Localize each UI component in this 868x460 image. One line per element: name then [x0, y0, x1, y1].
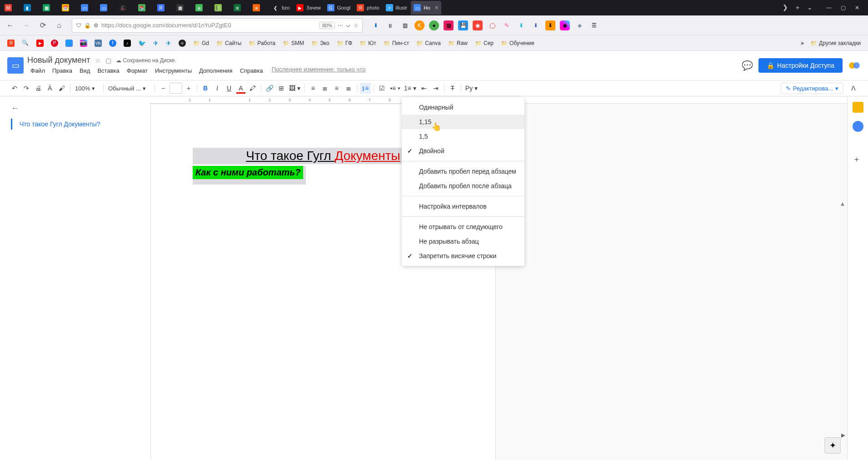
- collapse-toolbar-button[interactable]: ᐱ: [848, 83, 859, 94]
- ext-icon[interactable]: ⬇: [516, 20, 526, 30]
- spacing-double[interactable]: Двойной: [402, 144, 524, 158]
- ext-icon[interactable]: ◉: [560, 20, 570, 30]
- move-icon[interactable]: ▢: [105, 57, 111, 64]
- keep-lines-together[interactable]: Не разрывать абзац: [402, 234, 524, 249]
- tab[interactable]: ※: [231, 1, 249, 15]
- redo-button[interactable]: ↷: [21, 83, 32, 94]
- tab[interactable]: ✦illustr: [383, 1, 410, 15]
- star-icon[interactable]: ☆: [95, 57, 101, 64]
- bookmark-star-icon[interactable]: ☆: [354, 22, 359, 29]
- menu-format[interactable]: Формат: [124, 66, 151, 75]
- checklist-button[interactable]: ☑: [377, 83, 388, 94]
- document-subheading-block[interactable]: Как с ними работать?: [193, 166, 306, 185]
- bookmark-folder[interactable]: Ют: [357, 38, 379, 48]
- align-center-button[interactable]: ≣: [319, 83, 330, 94]
- reader-icon[interactable]: ▥: [400, 20, 410, 30]
- editing-mode-select[interactable]: ✎Редактирова...▾: [781, 83, 843, 94]
- tab[interactable]: 📗: [212, 1, 230, 15]
- bookmark-folder[interactable]: SMM: [280, 38, 307, 48]
- tab-list-icon[interactable]: ⌄: [807, 4, 813, 12]
- url-bar[interactable]: 🛡 🔒 ⚙ https://docs.google.com/document/d…: [72, 18, 363, 33]
- more-icon[interactable]: ⋯: [338, 22, 343, 29]
- tab[interactable]: ◉: [193, 1, 211, 15]
- tab[interactable]: Яphoto: [354, 1, 382, 15]
- bookmark[interactable]: ✈: [163, 38, 174, 49]
- ext-icon[interactable]: ⬇: [545, 20, 555, 30]
- bold-button[interactable]: B: [200, 83, 211, 94]
- line-spacing-button[interactable]: ⫿≡: [360, 83, 371, 94]
- back-button[interactable]: ←: [4, 19, 16, 32]
- tab[interactable]: ■: [250, 1, 268, 15]
- ext-icon[interactable]: ◈: [574, 20, 584, 30]
- add-space-before[interactable]: Добавить пробел перед абзацем: [402, 164, 524, 179]
- bookmark[interactable]: f: [106, 38, 119, 49]
- menu-view[interactable]: Вид: [76, 66, 94, 75]
- bookmark-folder[interactable]: Пин-ст: [381, 38, 412, 48]
- image-button[interactable]: 🖼 ▾: [288, 83, 302, 94]
- menu-tools[interactable]: Инструменты: [152, 66, 195, 75]
- ext-icon[interactable]: K: [414, 20, 424, 30]
- spellcheck-button[interactable]: Ӓ: [45, 83, 55, 94]
- document-title[interactable]: Новый документ: [27, 55, 90, 65]
- indent-decrease-button[interactable]: ⇤: [419, 83, 429, 94]
- widow-control[interactable]: Запретить висячие строки: [402, 249, 524, 263]
- scroll-up-icon[interactable]: ▴: [841, 199, 844, 208]
- tab[interactable]: M: [2, 1, 20, 15]
- maximize-icon[interactable]: ▢: [841, 5, 846, 11]
- share-button[interactable]: 🔒Настройки Доступа: [758, 58, 843, 73]
- menu-help[interactable]: Справка: [237, 66, 266, 75]
- bookmark-folder[interactable]: Сайты: [214, 38, 244, 48]
- ext-icon[interactable]: ⬇: [531, 20, 541, 30]
- last-edit-link[interactable]: Последнее изменение: только что: [272, 66, 366, 75]
- new-tab-icon[interactable]: ＋: [794, 4, 801, 12]
- minimize-icon[interactable]: —: [826, 5, 832, 11]
- align-left-button[interactable]: ≡: [308, 83, 319, 94]
- tab[interactable]: ▦: [174, 1, 192, 15]
- bookmark[interactable]: 🐦: [135, 38, 149, 49]
- bookmark-folder[interactable]: Сер: [472, 38, 496, 48]
- spacing-single[interactable]: Одинарный: [402, 100, 524, 115]
- menu-insert[interactable]: Вставка: [94, 66, 122, 75]
- tab[interactable]: ▶Зачем: [294, 1, 324, 15]
- keep-icon[interactable]: [853, 121, 863, 132]
- bookmark-folder[interactable]: Работа: [246, 38, 278, 48]
- menu-file[interactable]: Файл: [27, 66, 48, 75]
- calendar-icon[interactable]: [853, 102, 863, 113]
- bookmark[interactable]: P: [48, 38, 61, 49]
- bookmark-folder[interactable]: Обучение: [498, 38, 537, 48]
- tab[interactable]: ▦: [40, 1, 58, 15]
- bookmark-folder[interactable]: Эко: [309, 38, 332, 48]
- pocket-icon[interactable]: ᨆ: [346, 22, 351, 29]
- align-right-button[interactable]: ≡: [331, 83, 342, 94]
- tab[interactable]: ▭: [78, 1, 96, 15]
- bookmark[interactable]: ≡: [176, 38, 189, 49]
- underline-button[interactable]: U: [224, 83, 234, 94]
- keep-with-next[interactable]: Не отрывать от следующего: [402, 220, 524, 234]
- comment-button[interactable]: ⊞: [276, 83, 287, 94]
- tab[interactable]: ▮: [21, 1, 39, 15]
- style-select[interactable]: Обычный ... ▾: [106, 85, 152, 92]
- ext-icon[interactable]: ✎: [502, 20, 512, 30]
- add-space-after[interactable]: Добавить пробел после абзаца: [402, 179, 524, 193]
- tab-history-icon[interactable]: ❯: [783, 4, 788, 12]
- close-window-icon[interactable]: ✕: [855, 5, 859, 11]
- spacing-15[interactable]: 1,5: [402, 129, 524, 144]
- menu-edit[interactable]: Правка: [49, 66, 75, 75]
- ext-icon[interactable]: ◉: [473, 20, 483, 30]
- print-button[interactable]: 🖨: [33, 83, 44, 94]
- forward-button[interactable]: →: [20, 19, 33, 32]
- menu-icon[interactable]: ☰: [589, 20, 599, 30]
- other-bookmarks[interactable]: Другие закладки: [808, 38, 863, 48]
- explore-button[interactable]: ✦: [824, 437, 841, 454]
- bookmark[interactable]: Я: [5, 38, 17, 49]
- tab[interactable]: GGoogl: [324, 1, 353, 15]
- docs-logo-icon[interactable]: ▭: [7, 57, 24, 74]
- menu-addons[interactable]: Дополнения: [196, 66, 236, 75]
- bullet-list-button[interactable]: ⦁≡ ▾: [389, 83, 402, 94]
- bookmark-folder[interactable]: Canva: [414, 38, 444, 48]
- tab[interactable]: 📚: [135, 1, 154, 15]
- tab[interactable]: ▭: [97, 1, 115, 15]
- font-increase-button[interactable]: +: [183, 83, 194, 94]
- clear-format-button[interactable]: T: [447, 83, 458, 94]
- italic-button[interactable]: I: [212, 83, 223, 94]
